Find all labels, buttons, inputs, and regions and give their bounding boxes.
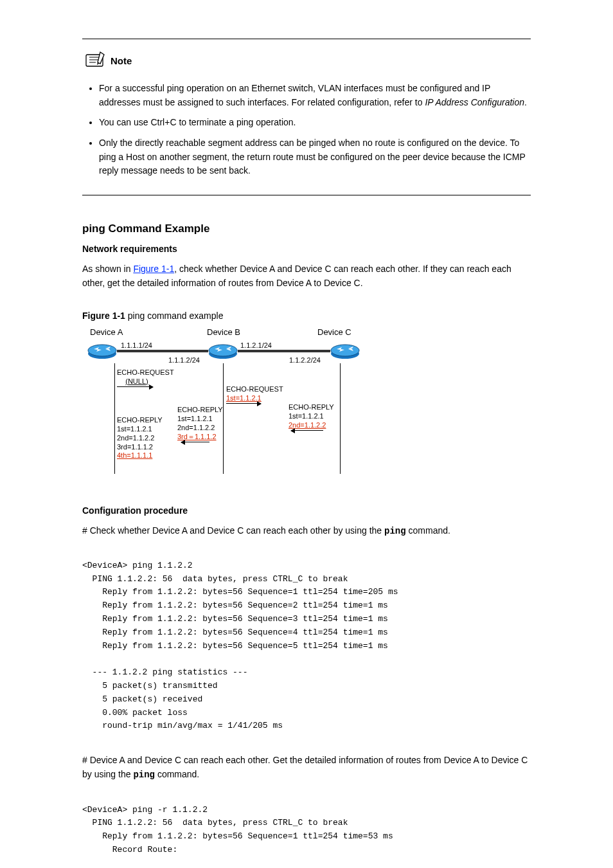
svg-point-2 bbox=[88, 345, 116, 356]
cp2: # Device A and Device C can reach each o… bbox=[82, 753, 531, 782]
note-bullets: For a successful ping operation on an Et… bbox=[99, 82, 531, 178]
note-icon bbox=[82, 51, 108, 70]
lifeline-b bbox=[223, 363, 224, 474]
note-label: Note bbox=[111, 55, 132, 66]
req-bc: ECHO-REQUEST 1st=1.1.2.1 bbox=[226, 385, 283, 403]
ip-c-left: 1.1.2.2/24 bbox=[289, 356, 321, 364]
nr-body: As shown in Figure 1-1, check whether De… bbox=[82, 262, 531, 291]
device-b-label: Device B bbox=[207, 327, 240, 337]
command-output-2: <DeviceA> ping -r 1.1.2.2 PING 1.1.2.2: … bbox=[82, 790, 531, 868]
reply-a: ECHO-REPLY 1st=1.1.2.1 2nd=1.1.2.2 3rd=1… bbox=[117, 416, 163, 460]
lifeline-a bbox=[114, 363, 115, 474]
ip-a-right: 1.1.1.1/24 bbox=[121, 341, 152, 349]
router-c-icon bbox=[330, 341, 360, 361]
cp-intro: # Check whether Device A and Device C ca… bbox=[82, 523, 531, 538]
bottom-rule bbox=[82, 195, 531, 195]
router-b-icon bbox=[208, 341, 238, 361]
router-a-icon bbox=[87, 341, 117, 361]
reply-ba: ECHO-REPLY 1st=1.1.2.1 2nd=1.1.2.2 3rd＝1… bbox=[177, 406, 223, 441]
figure-caption: Figure 1-1 ping command example bbox=[82, 311, 531, 321]
svg-point-4 bbox=[209, 345, 237, 356]
bullet-item: For a successful ping operation on an Et… bbox=[99, 82, 531, 109]
top-rule bbox=[82, 39, 531, 39]
section-title: ping Command Example bbox=[82, 222, 531, 235]
subsection-cp: Configuration procedure bbox=[82, 503, 531, 518]
req-ab: ECHO-REQUEST (NULL) bbox=[117, 368, 174, 386]
arrow-req-ab bbox=[117, 386, 153, 387]
arrow-reply-ba bbox=[181, 442, 209, 442]
ping-diagram: Device A Device B Device C 1.1.1.1/24 1.… bbox=[86, 327, 362, 488]
arrow-reply-cb bbox=[291, 430, 323, 431]
device-a-label: Device A bbox=[90, 327, 123, 337]
svg-point-6 bbox=[331, 345, 359, 356]
ip-b-left: 1.1.1.2/24 bbox=[168, 356, 200, 364]
note-header: Note bbox=[82, 51, 531, 70]
reply-cb: ECHO-REPLY 1st=1.1.2.1 2nd=1.1.2.2 bbox=[289, 403, 334, 429]
arrow-req-bc bbox=[226, 403, 261, 404]
lifeline-c bbox=[340, 363, 341, 474]
bullet-item: You can use Ctrl+C to terminate a ping o… bbox=[99, 116, 531, 130]
ip-b-right: 1.1.2.1/24 bbox=[240, 341, 272, 349]
link-ab bbox=[117, 350, 208, 352]
command-output-1: <DeviceA> ping 1.1.2.2 PING 1.1.2.2: 56 … bbox=[82, 546, 531, 746]
device-c-label: Device C bbox=[317, 327, 351, 337]
bullet-item: Only the directly reachable segment addr… bbox=[99, 136, 531, 178]
subsection-nr: Network requirements bbox=[82, 242, 531, 256]
link-bc bbox=[238, 350, 330, 352]
figure-link[interactable]: Figure 1-1 bbox=[133, 264, 174, 274]
